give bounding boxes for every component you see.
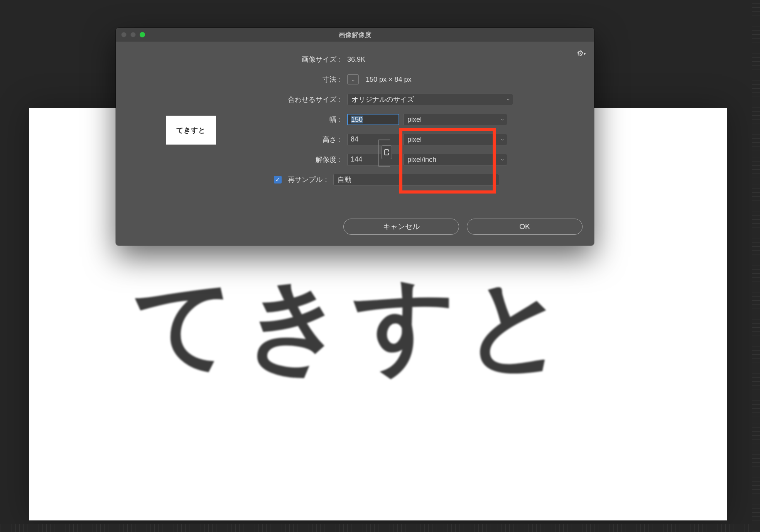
resolution-unit-select[interactable]: pixel/inch	[403, 154, 507, 165]
maximize-button[interactable]	[140, 32, 145, 37]
fit-row: 合わせるサイズ： オリジナルのサイズ	[270, 89, 583, 109]
image-size-value: 36.9K	[347, 56, 365, 64]
cancel-label: キャンセル	[383, 222, 420, 232]
cancel-button[interactable]: キャンセル	[343, 219, 459, 235]
canvas-text: てきすと	[133, 258, 574, 393]
height-unit: pixel	[407, 136, 422, 144]
height-unit-select[interactable]: pixel	[403, 134, 507, 145]
link-icon[interactable]	[381, 145, 392, 159]
resample-checkbox[interactable]: ✓	[274, 176, 282, 184]
height-input[interactable]: 84	[347, 134, 399, 145]
ok-label: OK	[519, 222, 530, 231]
dimensions-label: 寸法：	[270, 75, 343, 84]
fit-value: オリジナルのサイズ	[351, 95, 414, 104]
image-size-dialog: 画像解像度 てきすと ⚙▾ 画像サイズ： 36.9K 寸法： ⌵ 150 px …	[116, 28, 594, 246]
image-size-label: 画像サイズ：	[270, 55, 343, 64]
width-input[interactable]: 150	[347, 114, 399, 125]
preview-panel: てきすと	[116, 42, 266, 219]
fit-select[interactable]: オリジナルのサイズ	[347, 94, 513, 105]
dialog-titlebar[interactable]: 画像解像度	[116, 28, 594, 42]
width-unit: pixel	[407, 116, 422, 124]
chevron-down-icon[interactable]: ⌵	[347, 74, 359, 84]
ruler-right	[752, 0, 760, 532]
height-row: 高さ： 84 pixel	[270, 130, 583, 150]
window-controls	[116, 32, 145, 37]
width-unit-select[interactable]: pixel	[403, 114, 507, 125]
preview-text: てきすと	[176, 126, 206, 135]
width-label: 幅：	[270, 115, 343, 124]
ok-button[interactable]: OK	[467, 219, 583, 235]
dimensions-value: 150 px × 84 px	[366, 76, 412, 84]
resample-row: ✓ 再サンプル： 自動	[231, 170, 583, 190]
resolution-row: 解像度： 144 pixel/inch	[270, 150, 583, 170]
close-button[interactable]	[121, 32, 127, 37]
resample-label: 再サンプル：	[288, 175, 329, 184]
minimize-button[interactable]	[130, 32, 136, 37]
resample-value: 自動	[338, 175, 351, 184]
dialog-title: 画像解像度	[339, 30, 372, 39]
dimensions-row: 寸法： ⌵ 150 px × 84 px	[270, 69, 583, 89]
height-label: 高さ：	[270, 135, 343, 144]
preview-thumbnail: てきすと	[166, 116, 216, 145]
dialog-buttons: キャンセル OK	[116, 219, 594, 246]
image-size-row: 画像サイズ： 36.9K	[270, 49, 583, 69]
width-value: 150	[351, 116, 363, 123]
resolution-value: 144	[351, 155, 362, 163]
resample-select[interactable]: 自動	[333, 174, 499, 185]
ruler-bottom	[0, 524, 760, 532]
height-value: 84	[351, 135, 358, 143]
dialog-body: てきすと ⚙▾ 画像サイズ： 36.9K 寸法： ⌵ 150 px × 84 p…	[116, 42, 594, 219]
resolution-unit: pixel/inch	[407, 156, 436, 164]
resolution-label: 解像度：	[270, 155, 343, 164]
form-panel: ⚙▾ 画像サイズ： 36.9K 寸法： ⌵ 150 px × 84 px 合わせ…	[266, 42, 594, 219]
width-row: 幅： 150 pixel	[270, 109, 583, 130]
fit-label: 合わせるサイズ：	[270, 95, 343, 104]
